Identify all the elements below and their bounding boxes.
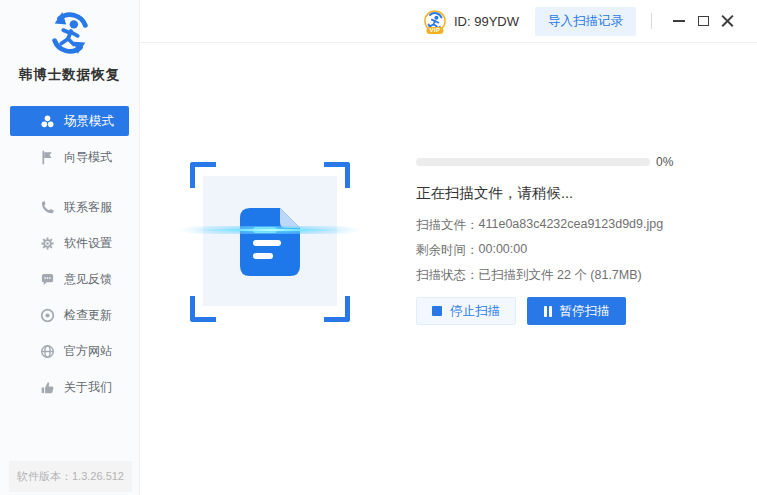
sidebar-item-label: 意见反馈 [64,271,112,288]
progress-percent-label: 0% [656,155,673,169]
update-icon [40,308,55,323]
app-logo-icon [47,10,93,56]
sidebar-item-about-us[interactable]: 关于我们 [10,372,129,402]
minimize-button[interactable] [669,11,689,31]
sidebar-item-official-website[interactable]: 官方网站 [10,336,129,366]
window-controls-divider [651,13,652,29]
sidebar-item-label: 关于我们 [64,379,112,396]
scan-detail-rows: 扫描文件： 411e0a83c4232cea9123d9d9.jpg 剩余时间：… [416,217,736,284]
progress-row: 0% [416,155,736,169]
phone-icon [40,200,55,215]
close-icon [721,15,734,28]
sidebar-item-label: 场景模式 [64,113,114,130]
logo-area: 韩博士数据恢复 [0,0,139,84]
scan-frame-corner [190,162,216,188]
maximize-icon [698,16,709,26]
close-button[interactable] [717,11,737,31]
user-id-label: ID: 99YDW [454,14,519,29]
vip-account-icon: VIP [424,10,446,32]
stop-icon [432,306,442,316]
sidebar-item-check-update[interactable]: 检查更新 [10,300,129,330]
sidebar-item-label: 联系客服 [64,199,112,216]
sidebar-item-contact-support[interactable]: 联系客服 [10,192,129,222]
sidebar-item-label: 官方网站 [64,343,112,360]
pause-icon [544,306,552,317]
sidebar-item-label: 向导模式 [64,149,112,166]
sidebar-item-software-settings[interactable]: 软件设置 [10,228,129,258]
version-bar: 软件版本：1.3.26.512 [9,461,132,492]
scan-file-row: 扫描文件： 411e0a83c4232cea9123d9d9.jpg [416,217,736,234]
scan-file-label: 扫描文件： [416,217,479,234]
menu-section-gap [0,172,139,186]
sidebar-item-wizard-mode[interactable]: 向导模式 [10,142,129,172]
main-area: VIP ID: 99YDW 导入扫描记录 [140,0,757,495]
scan-buttons-row: 停止扫描 暂停扫描 [416,297,736,325]
scan-frame-corner [324,162,350,188]
scan-state-value: 已扫描到文件 22 个 (81.7MB) [479,267,642,284]
scan-state-row: 扫描状态： 已扫描到文件 22 个 (81.7MB) [416,267,736,284]
maximize-button[interactable] [693,11,713,31]
scene-mode-icon [40,114,55,129]
scan-animation [190,162,350,322]
scan-state-label: 扫描状态： [416,267,479,284]
document-icon [240,208,300,276]
version-label: 软件版本：1.3.26.512 [17,469,124,484]
app-window: 韩博士数据恢复 场景模式 向导模式 联系客服 [0,0,757,495]
scan-status-title: 正在扫描文件，请稍候... [416,184,736,203]
sidebar-item-label: 软件设置 [64,235,112,252]
sidebar-item-label: 检查更新 [64,307,112,324]
globe-icon [40,344,55,359]
scan-frame-corner [324,296,350,322]
time-remaining-value: 00:00:00 [479,242,528,259]
stop-scan-button[interactable]: 停止扫描 [416,297,516,325]
sidebar-menu: 场景模式 向导模式 联系客服 [0,106,139,402]
sidebar-item-scene-mode[interactable]: 场景模式 [10,106,129,136]
time-remaining-row: 剩余时间： 00:00:00 [416,242,736,259]
flag-icon [40,150,55,165]
feedback-icon [40,272,55,287]
about-icon [40,380,55,395]
progress-bar [416,158,650,166]
time-remaining-label: 剩余时间： [416,242,479,259]
pause-scan-label: 暂停扫描 [560,303,610,320]
app-title: 韩博士数据恢复 [0,66,139,84]
gear-icon [40,236,55,251]
import-scan-records-button[interactable]: 导入扫描记录 [535,7,636,36]
sidebar-item-feedback[interactable]: 意见反馈 [10,264,129,294]
scan-content: 0% 正在扫描文件，请稍候... 扫描文件： 411e0a83c4232cea9… [140,43,757,495]
scan-file-value: 411e0a83c4232cea9123d9d9.jpg [479,217,664,234]
stop-scan-label: 停止扫描 [450,303,500,320]
title-bar: VIP ID: 99YDW 导入扫描记录 [140,0,757,43]
scan-frame-corner [190,296,216,322]
minimize-icon [673,20,685,22]
vip-badge: VIP [426,27,443,34]
sidebar: 韩博士数据恢复 场景模式 向导模式 联系客服 [0,0,140,495]
pause-scan-button[interactable]: 暂停扫描 [527,297,626,325]
scan-info-panel: 0% 正在扫描文件，请稍候... 扫描文件： 411e0a83c4232cea9… [416,155,736,325]
